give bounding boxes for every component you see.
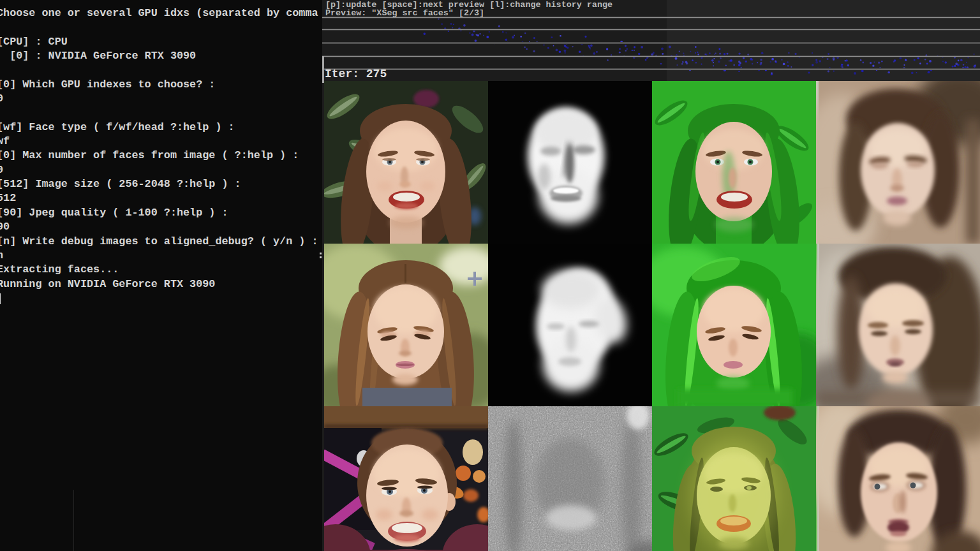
preview-cell-predicted-face-3 [816,406,980,551]
graph-gridline [322,55,980,57]
console-line: [512] Image size ( 256-2048 ?:help ) : [0,177,322,191]
preview-cell-xseg-mask-1 [488,81,652,244]
graph-gridline [322,68,980,70]
preview-cell-xseg-overlay-1 [652,81,816,244]
preview-cell-predicted-face-2 [816,244,980,406]
preview-cell-xseg-mask-2 [488,244,652,406]
console-line: [90] Jpeg quality ( 1-100 ?:help ) : [0,206,322,220]
console-line: Choose one or several GPU idxs (separate… [0,6,322,20]
preview-title-text: Preview: "XSeg src faces" [2/3] [325,9,484,17]
console-line [0,63,322,77]
preview-cell-src-face-3 [324,406,488,551]
console-line: wf [0,135,322,149]
console-line: [0] : NVIDIA GeForce RTX 3090 [0,49,322,63]
graph-gridline [322,29,980,31]
console-line: 0 [0,163,322,177]
preview-cell-predicted-face-1 [816,81,980,244]
console-line: 90 [0,220,322,234]
preview-cell-src-face-2 [324,244,488,406]
console-cursor[interactable] [0,293,1,304]
iteration-counter: Iter: 275 [325,68,387,80]
console-line: n [0,249,322,263]
preview-cell-xseg-overlay-3 [652,406,816,551]
console-line: [wf] Face type ( f/wf/head ?:help ) : [0,121,322,135]
console-line: 0 [0,92,322,106]
console-line: 512 [0,191,322,205]
console-line: Running on NVIDIA GeForce RTX 3090 [0,277,322,291]
console-line: [0] Which GPU indexes to choose? : [0,78,322,92]
console-output: Choose one or several GPU idxs (separate… [0,0,322,307]
console-window[interactable]: Choose one or several GPU idxs (separate… [0,0,323,551]
preview-cell-src-face-1 [324,81,488,244]
preview-cell-xseg-mask-3 [488,406,652,551]
window-left-border [322,56,324,83]
graph-gridline [322,42,980,44]
preview-cell-xseg-overlay-2 [652,244,816,406]
console-line: [CPU] : CPU [0,35,322,49]
loss-history-graph: [p]:update [space]:next preview [l]:chan… [322,0,980,81]
console-line: [n] Write debug images to aligned_debug?… [0,235,322,249]
console-line: Extracting faces... [0,263,322,277]
training-preview-window[interactable]: [p]:update [space]:next preview [l]:chan… [322,0,980,551]
console-divider-line [73,490,74,551]
console-line [0,106,322,120]
console-line [0,20,322,34]
face-preview-grid [324,81,980,551]
screen: Choose one or several GPU idxs (separate… [0,0,980,551]
console-line: [0] Max number of faces from image ( ?:h… [0,149,322,163]
